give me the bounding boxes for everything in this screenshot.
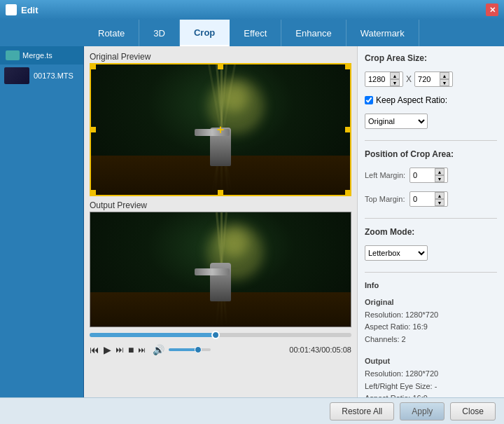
original-preview-label: Original Preview [90,52,351,62]
merge-label: Merge.ts [22,51,52,60]
tab-rotate[interactable]: Rotate [84,20,139,46]
volume-thumb[interactable] [195,346,202,353]
prev-button[interactable]: ⏮ [90,344,99,355]
merge-icon [6,50,20,60]
top-margin-down[interactable]: ▼ [435,199,444,206]
crop-handle-br[interactable] [345,190,351,196]
title-bar: Edit ✕ [0,0,504,20]
width-value: 1280 [368,75,385,83]
size-field-row: 1280 ▲ ▼ X 720 ▲ ▼ [365,71,497,87]
width-arrows[interactable]: ▲ ▼ [390,72,400,86]
bottom-bar: Restore All Apply Close [0,397,504,424]
x-separator: X [406,74,412,84]
info-output-resolution: Resolution: 1280*720 [365,368,497,381]
preview-area: Original Preview + [84,46,357,397]
play-button[interactable]: ▶ [104,344,111,355]
tab-bar: Rotate 3D Crop Effect Enhance Watermark [0,20,504,46]
width-input[interactable]: 1280 ▲ ▼ [365,71,403,87]
window-title: Edit [21,5,38,15]
tab-effect[interactable]: Effect [230,20,281,46]
info-output: Output Resolution: 1280*720 Left/Right E… [365,355,497,397]
next-frame-button[interactable]: ⏭ [115,345,124,355]
file-item[interactable]: 00173.MTS [0,64,83,87]
app-icon [6,4,17,15]
file-panel: Merge.ts 00173.MTS [0,46,84,397]
keep-aspect-label: Keep Aspect Ratio: [376,95,447,105]
divider-2 [365,218,497,219]
aspect-select[interactable]: Original 16:9 4:3 [365,114,428,129]
keep-aspect-checkbox[interactable] [365,96,373,104]
width-up[interactable]: ▲ [390,72,400,79]
tab-3d[interactable]: 3D [139,20,180,46]
volume-icon: 🔊 [153,344,164,355]
left-margin-up[interactable]: ▲ [435,168,444,175]
info-original-header: Original [365,296,497,309]
height-down[interactable]: ▼ [440,79,449,86]
main-content: Merge.ts 00173.MTS Original Preview [0,46,504,397]
end-button[interactable]: ⏭ [138,346,146,354]
left-margin-value: 0 [413,171,417,179]
info-output-header: Output [365,355,497,368]
top-margin-row: Top Margin: 0 ▲ ▼ [365,191,497,207]
top-margin-input[interactable]: 0 ▲ ▼ [410,191,448,207]
left-margin-arrows[interactable]: ▲ ▼ [435,168,444,182]
zoom-mode-title: Zoom Mode: [365,227,497,237]
info-output-eye-size: Left/Right Eye Size: - [365,381,497,393]
progress-fill [90,333,216,337]
volume-bar[interactable] [169,348,211,351]
zoom-select-row: Letterbox Pan & Scan Full [365,245,497,261]
progress-thumb[interactable] [211,331,220,339]
progress-row [90,331,351,338]
crop-handle-tr[interactable] [345,64,351,69]
info-original-aspect: Aspect Ratio: 16:9 [365,321,497,334]
width-down[interactable]: ▼ [390,79,400,86]
restore-all-button[interactable]: Restore All [330,402,394,420]
info-original-resolution: Resolution: 1280*720 [365,309,497,322]
top-margin-up[interactable]: ▲ [435,192,444,199]
divider-3 [365,272,497,273]
time-display: 00:01:43/00:05:08 [289,346,351,354]
right-panel: Crop Area Size: 1280 ▲ ▼ X 720 ▲ ▼ [357,46,504,397]
original-preview-frame: + [90,63,351,196]
height-up[interactable]: ▲ [440,72,449,79]
crop-handle-bm[interactable] [218,190,223,196]
original-scene: + [91,64,350,195]
tab-watermark[interactable]: Watermark [346,20,419,46]
original-preview-section: Original Preview + [90,52,351,196]
crop-handle-rm[interactable] [345,127,351,132]
info-original: Original Resolution: 1280*720 Aspect Rat… [365,296,497,346]
close-window-button[interactable]: ✕ [486,4,498,16]
output-preview-section: Output Preview [90,200,351,327]
progress-bar[interactable] [90,333,351,337]
stop-button[interactable]: ■ [128,344,134,355]
output-preview-frame [90,212,351,327]
info-output-aspect: Aspect Ratio: 16:9 [365,392,497,397]
crop-handle-tm[interactable] [218,64,223,69]
height-arrows[interactable]: ▲ ▼ [440,72,449,86]
tab-enhance[interactable]: Enhance [281,20,346,46]
top-margin-value: 0 [413,195,417,203]
crop-handle-tl[interactable] [90,64,96,69]
left-margin-row: Left Margin: 0 ▲ ▼ [365,167,497,183]
left-margin-down[interactable]: ▼ [435,175,444,182]
crop-size-title: Crop Area Size: [365,53,497,63]
close-button[interactable]: Close [450,402,496,420]
output-scene [90,212,351,327]
controls-row: ⏮ ▶ ⏭ ■ ⏭ 🔊 00:01:43/00:05:08 [90,343,351,357]
crop-handle-lm[interactable] [90,127,96,132]
apply-button[interactable]: Apply [400,402,444,420]
crop-handle-bl[interactable] [90,190,96,196]
top-margin-arrows[interactable]: ▲ ▼ [435,192,444,206]
tab-crop[interactable]: Crop [180,20,230,46]
volume-fill [169,348,198,351]
scene-crossbar [195,129,230,136]
left-margin-input[interactable]: 0 ▲ ▼ [410,167,448,183]
output-scene-crossbar [195,268,230,275]
left-margin-label: Left Margin: [365,171,407,179]
height-input[interactable]: 720 ▲ ▼ [414,71,453,87]
info-header: Info [365,281,497,289]
merge-bar: Merge.ts [0,46,83,64]
output-preview-label: Output Preview [90,200,351,210]
zoom-mode-select[interactable]: Letterbox Pan & Scan Full [365,245,428,261]
keep-aspect-row: Keep Aspect Ratio: [365,95,497,105]
